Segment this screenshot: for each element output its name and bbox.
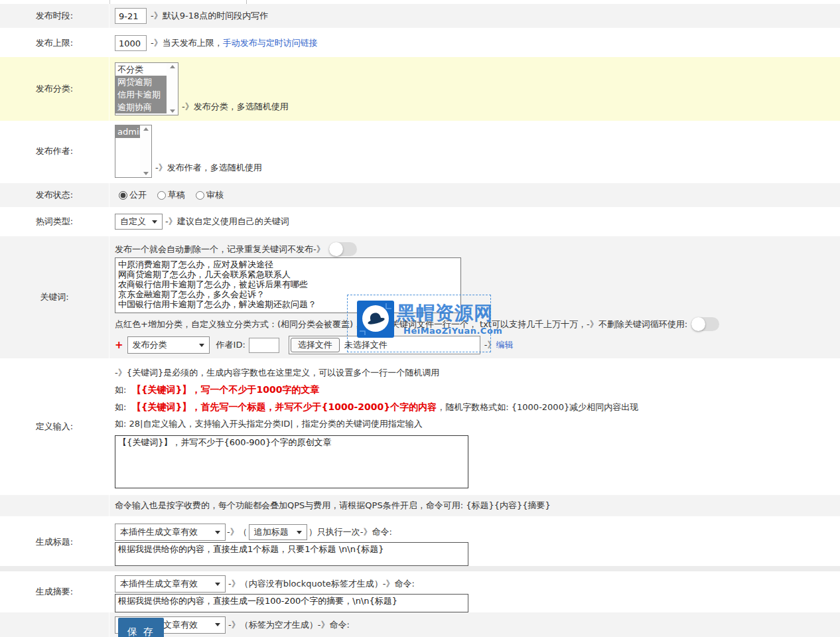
keywords-tip: 点红色+增加分类，自定义独立分类方式：(相同分类会被覆盖)，支持txt关键词文件… [115,318,687,330]
title-scope-value: 本插件生成文章有效 [120,526,198,538]
keyword-file-input[interactable]: 选择文件 未选择文件 [289,336,480,354]
row-keywords: 关键词: 发布一个就会自动删除一个，记录重复关键词不发布-》 中原消费逾期了怎么… [0,236,840,358]
category-dropdown[interactable]: 发布分类 [127,336,210,354]
status-radio-draft[interactable]: 草稿 [157,189,185,201]
author-id-label: 作者ID: [216,339,245,351]
row-publish-author: 发布作者: admin -》发布作者，多选随机使用 [0,123,840,179]
row-command-note: 命令输入也是按字收费的，每个功能都会叠加QPS与费用，请根据QPS条件开启，命令… [0,495,840,516]
publish-author-label: 发布作者: [36,145,73,157]
manual-publish-link[interactable]: 手动发布与定时访问链接 [223,37,318,49]
hotword-type-hint: -》建议自定义使用自己的关键词 [165,216,289,228]
add-category-button[interactable]: + [115,339,123,351]
chevron-down-icon [297,531,302,534]
chevron-down-icon [215,583,220,586]
example-red-text: 【{关键词}】，首先写一个标题，并写不少于{1000-2000}个字的内容 [132,401,437,412]
radio-public-input[interactable] [119,191,127,200]
hotword-type-label: 热词类型: [36,216,73,228]
row-publish-time: 发布时段: -》默认9-18点的时间段内写作 [0,4,840,28]
scroll-down-icon[interactable] [143,172,149,175]
category-option[interactable]: 信用卡逾期 [115,88,167,101]
define-input-textarea[interactable]: 【{关键词}】，并写不少于{600-900}个字的原创文章 [115,435,468,488]
toggle-knob [329,242,343,256]
category-scrollbar[interactable] [167,63,178,115]
example-red-text: 【{关键词}】，写一个不少于1000字的文章 [132,384,320,395]
edit-link[interactable]: 编辑 [496,339,514,351]
title-mode-select[interactable]: 追加标题 [249,524,307,540]
generate-title-label: 生成标题: [36,536,73,548]
hotword-type-select[interactable]: 自定义 [115,214,163,230]
edit-arrow: -》 [484,339,496,351]
chevron-down-icon [215,623,220,626]
example-prefix: 如: [115,385,126,395]
keywords-textarea[interactable]: 中原消费逾期了怎么办，应对及解决途径 网商贷逾期了怎么办，几天会联系紧急联系人 … [115,257,461,313]
status-radio-review[interactable]: 审核 [196,189,224,201]
author-scrollbar[interactable] [140,125,151,177]
publish-author-hint: -》发布作者，多选随机使用 [155,162,262,174]
publish-limit-input[interactable] [115,35,147,51]
define-input-line3: 如: 【{关键词}】，首先写一个标题，并写不少于{1000-2000}个字的内容… [115,401,840,413]
keywords-label: 关键词: [40,291,68,303]
generate-summary-textarea[interactable]: 根据我提供给你的内容，直接生成一段100-200个字的摘要，\n\n{标题} [115,594,468,612]
radio-review-label: 审核 [206,189,224,201]
radio-public-label: 公开 [129,189,147,201]
row-generate-summary: 生成摘要: 本插件生成文章有效 -》（内容没有blockquote标签才生成）-… [0,571,840,612]
define-input-line4: 如: 28|自定义输入，支持输入开头指定分类ID|，指定分类的关键词使用指定输入 [115,419,840,429]
status-radio-public[interactable]: 公开 [119,189,147,201]
chevron-down-icon [152,220,157,224]
row-generate-title: 生成标题: 本插件生成文章有效 -》（ 追加标题 ）只执行一次-》命令: 根据我… [0,518,840,566]
generate-summary-label: 生成摘要: [36,586,73,598]
publish-time-input[interactable] [115,8,147,24]
generate-title-textarea[interactable]: 根据我提供给你的内容，直接生成1个标题，只要1个标题 \n\n{标题} [115,542,468,566]
define-input-label: 定义输入: [36,421,73,433]
title-mid-text1: -》（ [227,526,247,538]
file-status-text: 未选择文件 [344,339,387,351]
row-publish-category: 发布分类: 不分类 网贷逾期 信用卡逾期 逾期协商 -》发布分类，多选随机使用 [0,57,840,121]
title-scope-select[interactable]: 本插件生成文章有效 [115,524,226,541]
plugin-settings-page: 发布时段: -》默认9-18点的时间段内写作 发布上限: -》当天发布上限， 手… [0,0,840,637]
author-id-input[interactable] [249,338,279,353]
title-mid-text2: ）只执行一次-》命令: [309,526,392,538]
keywords-toggle-hint: 发布一个就会自动删除一个，记录重复关键词不发布-》 [115,244,325,255]
hotword-type-value: 自定义 [120,216,146,228]
category-option[interactable]: 逾期协商 [115,101,167,113]
title-mode-value: 追加标题 [254,526,289,538]
radio-review-input[interactable] [196,191,204,200]
summary-scope-select[interactable]: 本插件生成文章有效 [115,575,226,593]
radio-draft-input[interactable] [157,191,166,200]
save-button[interactable]: 保 存 [118,618,164,637]
loop-keywords-toggle[interactable] [691,317,719,331]
toggle-knob [691,317,705,331]
scroll-up-icon[interactable] [143,127,149,131]
scroll-up-icon[interactable] [170,65,175,68]
row-separator [0,566,840,571]
radio-draft-label: 草稿 [168,189,185,201]
publish-limit-hint: -》当天发布上限， [151,37,223,49]
category-option[interactable]: 不分类 [115,63,167,76]
choose-file-button[interactable]: 选择文件 [291,338,340,352]
summary-mid-text: -》（内容没有blockquote标签才生成）-》命令: [228,578,415,590]
row-publish-limit: 发布上限: -》当天发布上限， 手动发布与定时访问链接 [0,31,840,56]
define-input-line1: -》{关键词}是必须的，生成内容字数也在这里定义，可以设置多个一行一个随机调用 [115,368,840,378]
publish-status-label: 发布状态: [36,189,73,201]
author-multiselect[interactable]: admin [115,125,152,178]
row-hotword-type: 热词类型: 自定义 -》建议自定义使用自己的关键词 [0,210,840,234]
tags-mid-text: -》（标签为空才生成）-》命令: [228,619,350,631]
chevron-down-icon [199,344,204,347]
category-dropdown-value: 发布分类 [133,339,167,351]
category-multiselect[interactable]: 不分类 网贷逾期 信用卡逾期 逾期协商 [115,62,178,115]
example-rest-text: ，随机字数格式如: {1000-2000}减少相同内容出现 [437,402,638,412]
example-prefix: 如: [115,402,126,412]
publish-limit-label: 发布上限: [36,37,73,49]
publish-time-hint: -》默认9-18点的时间段内写作 [151,10,268,22]
row-define-input: 定义输入: -》{关键词}是必须的，生成内容字数也在这里定义，可以设置多个一行一… [0,361,840,492]
scroll-down-icon[interactable] [170,109,175,113]
cropped-input-edge [246,0,247,4]
category-option[interactable]: 网贷逾期 [115,76,167,88]
command-note-text: 命令输入也是按字收费的，每个功能都会叠加QPS与费用，请根据QPS条件开启，命令… [115,500,551,512]
summary-scope-value: 本插件生成文章有效 [120,578,198,590]
column-divider [109,0,110,4]
define-input-line2: 如: 【{关键词}】，写一个不少于1000字的文章 [115,384,840,395]
author-option[interactable]: admin [115,125,140,138]
chevron-down-icon [215,531,220,534]
auto-delete-toggle[interactable] [329,242,357,256]
